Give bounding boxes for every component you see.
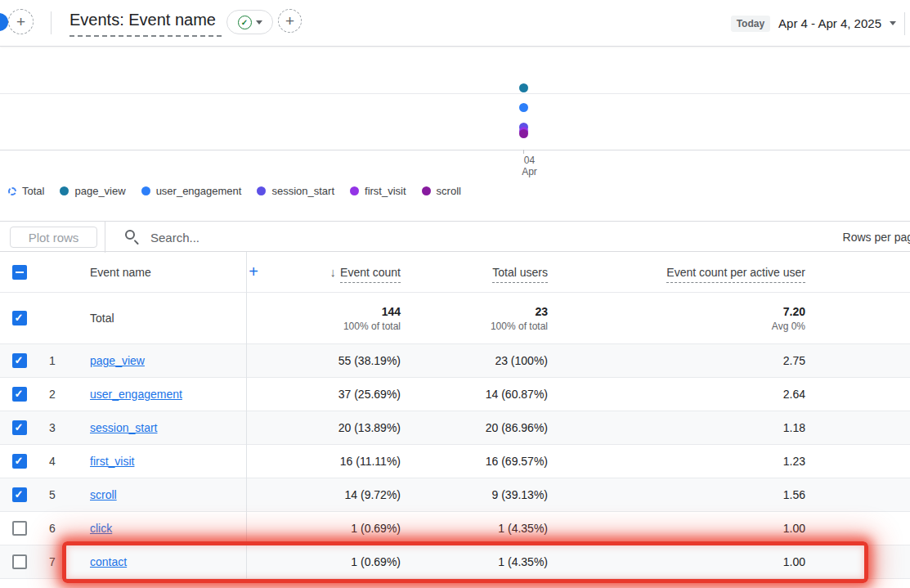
column-header-event-count[interactable]: Event count	[340, 266, 401, 283]
events-table: Event name + ↓Event count Total users Ev…	[0, 252, 910, 579]
table-row[interactable]: 7 contact 1 (0.69%) 1 (4.35%) 1.00	[0, 545, 910, 579]
row-number: 2	[49, 388, 90, 401]
total-label: Total	[90, 312, 114, 325]
event-name-link[interactable]: contact	[90, 555, 127, 568]
divider	[51, 11, 52, 34]
row-number: 3	[49, 421, 90, 434]
legend-item-user_engagement: user_engagement	[141, 185, 242, 197]
legend-dot-icon	[350, 186, 359, 195]
legend-item-page_view: page_view	[60, 185, 125, 197]
chevron-down-icon	[256, 20, 262, 25]
per-user-cell: 1.56	[548, 488, 805, 501]
divider	[904, 12, 905, 35]
event-count-cell: 55 (38.19%)	[270, 354, 401, 367]
table-header-row: Event name + ↓Event count Total users Ev…	[0, 252, 910, 293]
total-event-count: 144	[270, 305, 401, 318]
column-divider	[246, 252, 247, 579]
event-count-cell: 1 (0.69%)	[270, 555, 401, 568]
divider	[105, 222, 105, 253]
title-dashed-underline	[69, 35, 222, 37]
legend-item-session_start: session_start	[257, 185, 334, 197]
legend-item-scroll: scroll	[422, 185, 461, 197]
total-users-cell: 20 (86.96%)	[401, 421, 548, 434]
total-users-cell: 14 (60.87%)	[401, 388, 548, 401]
plot-rows-button[interactable]: Plot rows	[10, 227, 97, 248]
add-comparison-button[interactable]: +	[8, 9, 34, 34]
row-checkbox[interactable]	[12, 454, 27, 469]
event-name-link[interactable]: session_start	[90, 421, 157, 434]
data-point-user_engagement	[519, 103, 528, 112]
per-user-cell: 1.18	[548, 421, 805, 434]
table-toolbar: Plot rows Rows per pag	[0, 221, 910, 252]
event-count-cell: 20 (13.89%)	[270, 421, 401, 434]
row-number: 6	[49, 522, 90, 535]
data-point-scroll	[519, 129, 528, 138]
total-users-cell: 1 (4.35%)	[401, 522, 548, 535]
table-row[interactable]: 2 user_engagement 37 (25.69%) 14 (60.87%…	[0, 378, 910, 411]
event-name-link[interactable]: first_visit	[90, 455, 134, 468]
column-header-total-users[interactable]: Total users	[492, 266, 548, 283]
today-badge: Today	[731, 16, 770, 32]
gridline-50	[0, 93, 910, 94]
row-number: 4	[49, 455, 90, 468]
search-icon	[125, 230, 140, 245]
total-per-user-sub: Avg 0%	[548, 321, 805, 332]
event-count-cell: 14 (9.72%)	[270, 488, 401, 501]
select-all-checkbox[interactable]	[12, 265, 27, 280]
column-header-event-count-per-user[interactable]: Event count per active user	[666, 266, 805, 283]
add-metric-button[interactable]: +	[278, 9, 302, 33]
x-tick-mark	[523, 150, 524, 154]
event-count-cell: 37 (25.69%)	[270, 388, 401, 401]
event-name-link[interactable]: scroll	[90, 488, 117, 501]
table-row[interactable]: 5 scroll 14 (9.72%) 9 (39.13%) 1.56	[0, 478, 910, 512]
x-tick-label: 04 Apr	[507, 155, 552, 177]
legend-ring-icon	[8, 187, 16, 195]
row-checkbox[interactable]	[12, 420, 27, 435]
events-scatter-chart: 04 Apr	[0, 47, 910, 178]
date-range-selector[interactable]: Apr 4 - Apr 4, 2025	[778, 16, 881, 30]
report-header: + Events: Event name ✓ + Today Apr 4 - A…	[0, 0, 910, 47]
row-number: 5	[49, 488, 90, 501]
legend-dot-icon	[141, 186, 150, 195]
table-row[interactable]: 6 click 1 (0.69%) 1 (4.35%) 1.00	[0, 512, 910, 545]
edge-partial-icon	[0, 13, 8, 31]
row-number: 7	[49, 555, 90, 568]
legend-item-total: Total	[8, 185, 44, 197]
row-checkbox[interactable]	[12, 554, 27, 569]
rows-per-page-control[interactable]: Rows per pag	[843, 231, 910, 244]
data-point-page_view	[519, 83, 528, 92]
event-name-link[interactable]: click	[90, 522, 112, 535]
event-name-link[interactable]: page_view	[90, 354, 145, 367]
total-row: Total 144 100% of total 23 100% of total…	[0, 293, 910, 344]
column-header-event-name[interactable]: Event name	[90, 266, 151, 279]
add-column-icon[interactable]: +	[249, 263, 258, 281]
search-input[interactable]	[150, 226, 641, 249]
table-row[interactable]: 3 session_start 20 (13.89%) 20 (86.96%) …	[0, 411, 910, 445]
total-users-cell: 1 (4.35%)	[401, 555, 548, 568]
row-checkbox[interactable]	[12, 353, 27, 368]
total-checkbox[interactable]	[12, 311, 27, 325]
legend-dot-icon	[422, 186, 431, 195]
sort-desc-icon: ↓	[330, 265, 337, 279]
total-users-cell: 23 (100%)	[401, 354, 548, 367]
chart-legend: Totalpage_viewuser_engagementsession_sta…	[8, 185, 461, 197]
row-checkbox[interactable]	[12, 387, 27, 402]
per-user-cell: 1.23	[548, 455, 805, 468]
per-user-cell: 2.75	[548, 354, 805, 367]
page-title: Events: Event name	[69, 11, 216, 29]
table-row[interactable]: 4 first_visit 16 (11.11%) 16 (69.57%) 1.…	[0, 445, 910, 478]
total-per-user: 7.20	[548, 305, 805, 318]
legend-dot-icon	[60, 186, 69, 195]
report-status-chip[interactable]: ✓	[226, 10, 273, 34]
table-row[interactable]: 1 page_view 55 (38.19%) 23 (100%) 2.75	[0, 344, 910, 378]
x-axis-baseline	[0, 150, 910, 150]
total-event-count-sub: 100% of total	[270, 321, 401, 332]
event-name-link[interactable]: user_engagement	[90, 388, 182, 401]
event-count-cell: 1 (0.69%)	[270, 522, 401, 535]
row-checkbox[interactable]	[12, 487, 27, 502]
chevron-down-icon[interactable]	[890, 21, 896, 25]
total-users: 23	[401, 305, 548, 318]
row-number: 1	[49, 354, 90, 367]
per-user-cell: 1.00	[548, 555, 805, 568]
row-checkbox[interactable]	[12, 521, 27, 536]
